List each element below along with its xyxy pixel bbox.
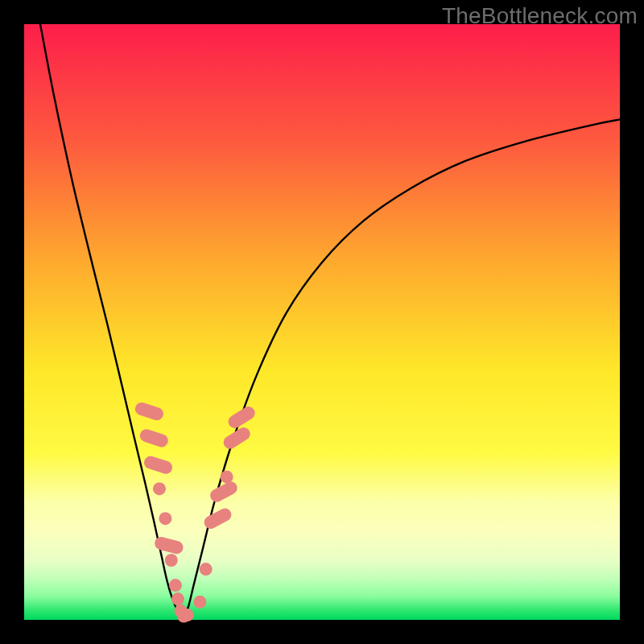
- marker-pill: [142, 454, 174, 475]
- plot-area: [24, 24, 620, 620]
- marker-dot: [159, 512, 171, 525]
- marker-pill: [134, 401, 165, 422]
- marker-dot: [169, 579, 182, 592]
- marker-pill: [208, 479, 239, 504]
- chart-svg: [24, 24, 620, 620]
- marker-pill: [226, 404, 258, 431]
- marker-dot: [221, 470, 233, 483]
- watermark-text: TheBottleneck.com: [442, 3, 638, 29]
- marker-dot: [181, 609, 194, 621]
- marker-pill: [153, 535, 184, 555]
- marker-pill: [138, 427, 170, 448]
- marker-dot: [193, 596, 206, 609]
- marker-dot: [200, 563, 213, 576]
- marker-dot: [153, 482, 166, 495]
- curve-left-branch: [40, 24, 183, 618]
- marker-dot: [165, 554, 178, 567]
- marker-dot: [171, 592, 184, 605]
- marker-pill: [202, 506, 233, 531]
- curve-group: [40, 24, 620, 618]
- curve-right-branch: [183, 119, 620, 617]
- chart-frame: TheBottleneck.com: [0, 0, 644, 644]
